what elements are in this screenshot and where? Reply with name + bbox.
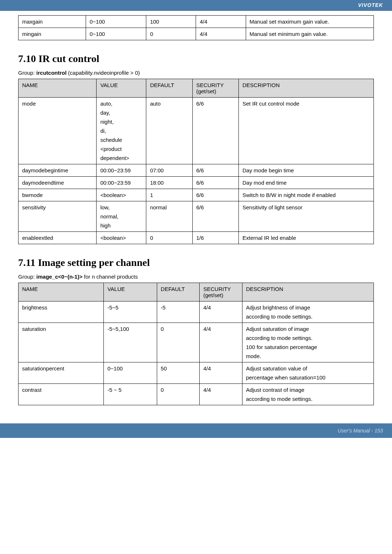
cell-default: 0 (146, 232, 192, 244)
ircut-table: NAME VALUE DEFAULT SECURITY (get/set) DE… (18, 79, 374, 244)
cell-name: enableextled (19, 232, 97, 244)
cell-name: daymodeendtime (19, 177, 97, 189)
group-name: image_c<0~(n-1)> (36, 274, 82, 280)
cell-value: 0~100 (103, 362, 157, 384)
group-label-ircut: Group: ircutcontrol (capability.nvideoin… (18, 70, 374, 76)
th-default: DEFAULT (146, 79, 192, 98)
group-label-image: Group: image_c<0~(n-1)> for n channel pr… (18, 274, 374, 280)
cell-desc: Adjust contrast of imageaccording to mod… (242, 384, 373, 405)
cell-security: 4/4 (196, 16, 246, 28)
cell-desc: Adjust saturation value ofpercentage whe… (242, 362, 373, 384)
header-bar: VIVOTEK (0, 0, 392, 11)
group-name: ircutcontrol (36, 70, 66, 76)
cell-name: saturationpercent (19, 362, 104, 384)
cell-security: 6/6 (192, 177, 238, 189)
th-security: SECURITY (get/set) (192, 79, 238, 98)
cell-desc: Day mod end time (238, 177, 373, 189)
cell-name: brightness (19, 301, 104, 323)
table-row: maxgain 0~100 100 4/4 Manual set maximum… (19, 16, 374, 28)
cell-value: 0~100 (86, 16, 146, 28)
cell-security: 6/6 (192, 189, 238, 201)
cell-desc: Switch to B/W in night mode if enabled (238, 189, 373, 201)
cell-desc: Sensitivity of light sensor (238, 201, 373, 232)
table-row: saturation -5~5,100 0 4/4 Adjust saturat… (19, 323, 374, 362)
footer-bar: User's Manual - 153 (0, 423, 392, 438)
cell-default: 0 (157, 384, 199, 405)
cell-name: saturation (19, 323, 104, 362)
footer-text: User's Manual - 153 (338, 428, 383, 434)
th-name: NAME (19, 79, 97, 98)
table-row: saturationpercent 0~100 50 4/4 Adjust sa… (19, 362, 374, 384)
cell-name: contrast (19, 384, 104, 405)
cell-security: 6/6 (192, 201, 238, 232)
cell-security: 4/4 (200, 362, 242, 384)
cell-default: normal (146, 201, 192, 232)
th-security-line1: SECURITY (196, 82, 235, 88)
group-suffix: (capability.nvideoinprofile > 0) (66, 70, 140, 76)
cell-value: low,normal,high (97, 201, 146, 232)
cell-name: bwmode (19, 189, 97, 201)
cell-value: <boolean> (97, 232, 146, 244)
th-security-line2: (get/set) (196, 88, 235, 94)
page-content: maxgain 0~100 100 4/4 Manual set maximum… (0, 11, 392, 413)
cell-desc: Day mode begin time (238, 164, 373, 177)
group-prefix: Group: (18, 70, 36, 76)
table-row: daymodeendtime 00:00~23:59 18:00 6/6 Day… (19, 177, 374, 189)
th-name: NAME (19, 283, 104, 301)
cell-security: 6/6 (192, 98, 238, 164)
table-row: brightness -5~5 -5 4/4 Adjust brightness… (19, 301, 374, 323)
cell-desc: Manual set minimum gain value. (246, 28, 373, 40)
cell-default: 07:00 (146, 164, 192, 177)
th-security: SECURITY (get/set) (200, 283, 242, 301)
cell-default: 0 (146, 28, 196, 40)
th-value: VALUE (97, 79, 146, 98)
cell-value: <boolean> (97, 189, 146, 201)
table-row: daymodebegintime 00:00~23:59 07:00 6/6 D… (19, 164, 374, 177)
cell-security: 4/4 (200, 384, 242, 405)
cell-value: auto,day,night,di,schedule<productdepend… (97, 98, 146, 164)
table-row: mode auto,day,night,di,schedule<productd… (19, 98, 374, 164)
cell-security: 6/6 (192, 164, 238, 177)
table-row: bwmode <boolean> 1 6/6 Switch to B/W in … (19, 189, 374, 201)
cell-security: 4/4 (200, 301, 242, 323)
group-suffix: for n channel products (82, 274, 138, 280)
cell-name: mode (19, 98, 97, 164)
cell-value: 00:00~23:59 (97, 177, 146, 189)
cell-value: -5~5 (103, 301, 157, 323)
cell-default: 1 (146, 189, 192, 201)
cell-default: auto (146, 98, 192, 164)
cell-default: -5 (157, 301, 199, 323)
cell-default: 18:00 (146, 177, 192, 189)
section-title-image: 7.11 Image setting per channel (18, 257, 374, 268)
cell-security: 4/4 (200, 323, 242, 362)
cell-desc: Adjust brightness of imageaccording to m… (242, 301, 373, 323)
cell-name: mingain (19, 28, 86, 40)
cell-security: 4/4 (196, 28, 246, 40)
cell-desc: Set IR cut control mode (238, 98, 373, 164)
th-security-line1: SECURITY (203, 286, 238, 292)
cell-value: -5 ~ 5 (103, 384, 157, 405)
cell-desc: Adjust saturation of imageaccording to m… (242, 323, 373, 362)
cell-default: 0 (157, 323, 199, 362)
cell-desc: External IR led enable (238, 232, 373, 244)
cell-name: sensitivity (19, 201, 97, 232)
cell-default: 100 (146, 16, 196, 28)
cell-value: 0~100 (86, 28, 146, 40)
th-security-line2: (get/set) (203, 292, 238, 298)
table-row: enableextled <boolean> 0 1/6 External IR… (19, 232, 374, 244)
cell-value: -5~5,100 (103, 323, 157, 362)
cell-security: 1/6 (192, 232, 238, 244)
th-value: VALUE (103, 283, 157, 301)
table-row: contrast -5 ~ 5 0 4/4 Adjust contrast of… (19, 384, 374, 405)
image-table: NAME VALUE DEFAULT SECURITY (get/set) DE… (18, 283, 374, 405)
th-default: DEFAULT (157, 283, 199, 301)
gain-table: maxgain 0~100 100 4/4 Manual set maximum… (18, 15, 374, 40)
group-prefix: Group: (18, 274, 36, 280)
table-row: sensitivity low,normal,high normal 6/6 S… (19, 201, 374, 232)
th-description: DESCRIPTION (242, 283, 373, 301)
brand-label: VIVOTEK (358, 2, 383, 8)
cell-value: 00:00~23:59 (97, 164, 146, 177)
cell-name: maxgain (19, 16, 86, 28)
cell-desc: Manual set maximum gain value. (246, 16, 373, 28)
section-title-ircut: 7.10 IR cut control (18, 53, 374, 65)
